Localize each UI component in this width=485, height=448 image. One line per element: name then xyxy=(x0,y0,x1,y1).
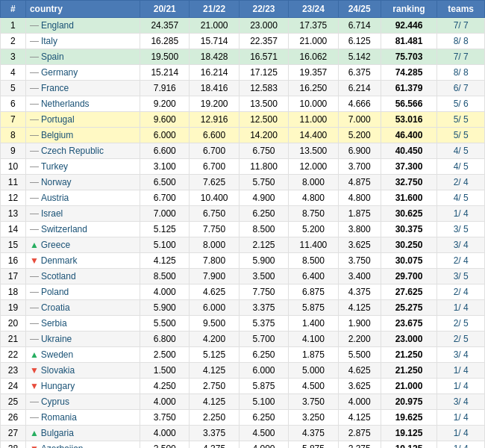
ranking-cell: 19.125 xyxy=(381,441,437,449)
y2425-cell: 2.200 xyxy=(338,332,381,347)
country-cell: —Poland xyxy=(25,284,140,300)
rank-cell: 17 xyxy=(1,269,26,284)
y2122-cell: 16.214 xyxy=(190,65,239,81)
teams-cell: 1/ 4 xyxy=(437,426,485,441)
y2223-cell: 6.250 xyxy=(239,347,288,363)
country-name: Cyprus xyxy=(41,396,69,407)
y2324-cell: 12.000 xyxy=(289,159,338,175)
y2021-cell: 3.100 xyxy=(140,159,190,175)
country-name: England xyxy=(41,20,74,31)
y2425-cell: 4.625 xyxy=(338,363,381,379)
rank-cell: 4 xyxy=(1,65,26,81)
ranking-cell: 25.275 xyxy=(381,300,437,316)
country-name: Belgium xyxy=(41,130,73,140)
teams-cell: 3/ 4 xyxy=(437,347,485,363)
y2223-cell: 17.125 xyxy=(239,65,288,81)
y2425-cell: 6.214 xyxy=(338,81,381,96)
y2021-cell: 7.000 xyxy=(140,206,190,222)
table-row: 21—Ukraine6.8004.2005.7004.1002.20023.00… xyxy=(1,332,485,347)
y2223-cell: 5.900 xyxy=(239,253,288,269)
y2324-cell: 14.400 xyxy=(289,128,338,143)
y2021-cell: 4.125 xyxy=(140,253,190,269)
country-name: Scotland xyxy=(41,271,76,281)
y2425-cell: 4.666 xyxy=(338,96,381,112)
country-cell: ▼Hungary xyxy=(25,379,140,394)
ranking-cell: 23.000 xyxy=(381,332,437,347)
teams-cell: 4/ 5 xyxy=(437,143,485,159)
y2425-cell: 1.900 xyxy=(338,316,381,332)
trend-neutral-icon: — xyxy=(30,83,39,93)
country-name: Sweden xyxy=(41,349,73,360)
y2122-cell: 4.375 xyxy=(190,441,239,449)
ranking-cell: 75.703 xyxy=(381,49,437,65)
y2425-cell: 7.000 xyxy=(338,112,381,128)
y2122-cell: 7.625 xyxy=(190,175,239,190)
country-cell: —Serbia xyxy=(25,316,140,332)
teams-cell: 7/ 7 xyxy=(437,18,485,34)
country-name: Portugal xyxy=(41,114,75,125)
teams-cell: 7/ 7 xyxy=(437,49,485,65)
y2324-cell: 13.500 xyxy=(289,143,338,159)
country-name: Hungary xyxy=(41,381,75,391)
ranking-cell: 21.250 xyxy=(381,347,437,363)
y2122-cell: 18.416 xyxy=(190,81,239,96)
y2425-cell: 6.125 xyxy=(338,34,381,49)
ranking-cell: 40.450 xyxy=(381,143,437,159)
col-ranking: ranking xyxy=(381,1,437,18)
country-name: Serbia xyxy=(41,318,67,329)
table-row: 23▼Slovakia1.5004.1256.0005.0004.62521.2… xyxy=(1,363,485,379)
y2122-cell: 15.714 xyxy=(190,34,239,49)
y2021-cell: 2.500 xyxy=(140,441,190,449)
y2425-cell: 6.900 xyxy=(338,143,381,159)
trend-neutral-icon: — xyxy=(30,193,39,203)
teams-cell: 1/ 4 xyxy=(437,363,485,379)
y2223-cell: 6.250 xyxy=(239,410,288,426)
country-cell: —Turkey xyxy=(25,159,140,175)
y2425-cell: 4.125 xyxy=(338,300,381,316)
country-name: Czech Republic xyxy=(41,146,104,156)
y2021-cell: 6.800 xyxy=(140,332,190,347)
ranking-cell: 92.446 xyxy=(381,18,437,34)
y2021-cell: 4.000 xyxy=(140,394,190,410)
ranking-cell: 53.016 xyxy=(381,112,437,128)
y2425-cell: 3.400 xyxy=(338,269,381,284)
rank-cell: 12 xyxy=(1,190,26,206)
table-row: 24▼Hungary4.2502.7505.8754.5003.62521.00… xyxy=(1,379,485,394)
col-teams: teams xyxy=(437,1,485,18)
y2021-cell: 8.500 xyxy=(140,269,190,284)
y2021-cell: 5.125 xyxy=(140,222,190,237)
y2324-cell: 1.400 xyxy=(289,316,338,332)
y2324-cell: 4.375 xyxy=(289,426,338,441)
country-name: Norway xyxy=(41,177,72,187)
col-rank: # xyxy=(1,1,26,18)
y2223-cell: 22.357 xyxy=(239,34,288,49)
y2021-cell: 5.500 xyxy=(140,316,190,332)
y2425-cell: 1.875 xyxy=(338,206,381,222)
rank-cell: 22 xyxy=(1,347,26,363)
y2425-cell: 2.375 xyxy=(338,441,381,449)
trend-neutral-icon: — xyxy=(30,99,39,109)
trend-up-icon: ▲ xyxy=(30,240,39,250)
y2223-cell: 3.375 xyxy=(239,300,288,316)
y2223-cell: 4.000 xyxy=(239,441,288,449)
ranking-cell: 32.750 xyxy=(381,175,437,190)
y2223-cell: 16.571 xyxy=(239,49,288,65)
y2425-cell: 2.875 xyxy=(338,426,381,441)
y2324-cell: 10.000 xyxy=(289,96,338,112)
rank-cell: 3 xyxy=(1,49,26,65)
trend-neutral-icon: — xyxy=(30,287,39,297)
country-cell: —Romania xyxy=(25,410,140,426)
y2324-cell: 16.250 xyxy=(289,81,338,96)
rank-cell: 16 xyxy=(1,253,26,269)
y2324-cell: 8.500 xyxy=(289,253,338,269)
trend-neutral-icon: — xyxy=(30,396,39,407)
table-row: 12—Austria6.70010.4004.9004.8004.80031.6… xyxy=(1,190,485,206)
rank-cell: 24 xyxy=(1,379,26,394)
y2122-cell: 18.428 xyxy=(190,49,239,65)
trend-neutral-icon: — xyxy=(30,208,39,219)
ranking-cell: 56.566 xyxy=(381,96,437,112)
country-cell: ▼Denmark xyxy=(25,253,140,269)
teams-cell: 2/ 4 xyxy=(437,175,485,190)
y2021-cell: 2.500 xyxy=(140,347,190,363)
table-row: 3—Spain19.50018.42816.57116.0625.14275.7… xyxy=(1,49,485,65)
